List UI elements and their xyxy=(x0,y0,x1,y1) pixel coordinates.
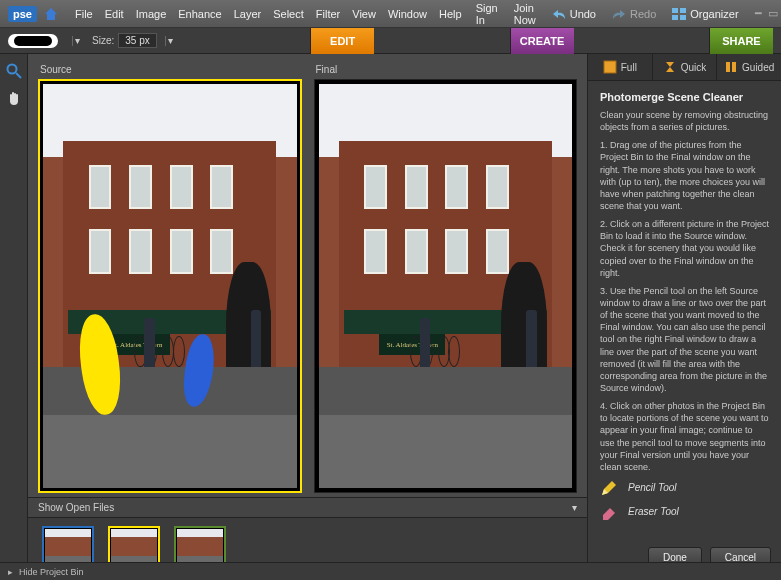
brush-preview[interactable] xyxy=(8,34,58,48)
project-bin-header-label: Show Open Files xyxy=(38,502,114,513)
svg-rect-0 xyxy=(672,8,678,13)
edit-modes: Full Quick Guided xyxy=(588,54,781,81)
help-step4: 4. Click on other photos in the Project … xyxy=(600,400,769,473)
sign-in-link[interactable]: Sign In xyxy=(476,2,498,26)
options-bar: ▾ Size: 35 px ▾ EDIT CREATE SHARE xyxy=(0,28,781,54)
app-logo: pse xyxy=(8,6,37,22)
help-intro: Clean your scene by removing obstructing… xyxy=(600,109,769,133)
svg-point-4 xyxy=(7,65,16,74)
quick-icon xyxy=(663,60,677,74)
organizer-icon xyxy=(672,8,686,20)
full-icon xyxy=(603,60,617,74)
source-photo: St. Aldates Tavern xyxy=(43,84,297,488)
final-panel: Final St. Aldates Tavern xyxy=(314,64,578,493)
svg-rect-1 xyxy=(680,8,686,13)
size-dropdown[interactable]: ▾ xyxy=(165,36,175,46)
mode-guided[interactable]: Guided xyxy=(717,54,781,80)
status-bar: ▸ Hide Project Bin xyxy=(0,562,781,580)
organizer-label: Organizer xyxy=(690,8,738,20)
source-canvas[interactable]: St. Aldates Tavern xyxy=(38,79,302,493)
pencil-icon xyxy=(600,479,618,497)
panels-container: Source St. Aldates Tavern xyxy=(28,54,587,497)
undo-label: Undo xyxy=(570,8,596,20)
hand-tool[interactable] xyxy=(5,90,23,108)
window-controls: ━ ▭ ✕ xyxy=(755,7,781,20)
eraser-icon xyxy=(600,503,618,521)
tab-create[interactable]: CREATE xyxy=(510,28,574,54)
center-area: Source St. Aldates Tavern xyxy=(28,54,587,580)
size-label: Size: xyxy=(92,35,114,46)
menu-window[interactable]: Window xyxy=(388,8,427,20)
maximize-button[interactable]: ▭ xyxy=(768,7,778,20)
final-label: Final xyxy=(314,64,578,75)
tool-strip xyxy=(0,54,28,580)
tab-share[interactable]: SHARE xyxy=(709,28,773,54)
redo-icon xyxy=(612,8,626,20)
hide-project-bin[interactable]: Hide Project Bin xyxy=(19,567,84,577)
minimize-button[interactable]: ━ xyxy=(755,7,762,20)
undo-icon xyxy=(552,8,566,20)
help-step2: 2. Click on a different picture in the P… xyxy=(600,218,769,279)
menu-view[interactable]: View xyxy=(352,8,376,20)
menu-edit[interactable]: Edit xyxy=(105,8,124,20)
help-step1: 1. Drag one of the pictures from the Pro… xyxy=(600,139,769,212)
source-panel: Source St. Aldates Tavern xyxy=(38,64,302,493)
svg-rect-7 xyxy=(726,62,730,72)
mode-quick[interactable]: Quick xyxy=(653,54,718,80)
right-panel: Full Quick Guided Photomerge Scene Clean… xyxy=(587,54,781,580)
help-step3: 3. Use the Pencil tool on the left Sourc… xyxy=(600,285,769,394)
collapse-icon[interactable]: ▸ xyxy=(8,567,13,577)
tab-edit[interactable]: EDIT xyxy=(310,28,374,54)
pencil-tool-row[interactable]: Pencil Tool xyxy=(600,479,769,497)
eraser-tool-row[interactable]: Eraser Tool xyxy=(600,503,769,521)
menu-image[interactable]: Image xyxy=(136,8,167,20)
svg-rect-6 xyxy=(604,61,616,73)
redo-label: Redo xyxy=(630,8,656,20)
guided-icon xyxy=(724,60,738,74)
source-label: Source xyxy=(38,64,302,75)
help-title: Photomerge Scene Cleaner xyxy=(600,91,769,103)
bin-dropdown-icon[interactable]: ▾ xyxy=(572,502,577,513)
main-area: Source St. Aldates Tavern xyxy=(0,54,781,580)
svg-rect-2 xyxy=(672,15,678,20)
organizer-button[interactable]: Organizer xyxy=(672,8,738,20)
menu-file[interactable]: File xyxy=(75,8,93,20)
zoom-tool[interactable] xyxy=(5,62,23,80)
final-photo: St. Aldates Tavern xyxy=(319,84,573,488)
svg-rect-3 xyxy=(680,15,686,20)
redo-button[interactable]: Redo xyxy=(612,8,656,20)
brush-dropdown[interactable]: ▾ xyxy=(72,36,82,46)
project-bin-header[interactable]: Show Open Files ▾ xyxy=(28,498,587,518)
svg-line-5 xyxy=(16,73,21,78)
join-now-link[interactable]: Join Now xyxy=(514,2,536,26)
menu-select[interactable]: Select xyxy=(273,8,304,20)
undo-button[interactable]: Undo xyxy=(552,8,596,20)
help-content: Photomerge Scene Cleaner Clean your scen… xyxy=(588,81,781,539)
menu-help[interactable]: Help xyxy=(439,8,462,20)
menu-layer[interactable]: Layer xyxy=(234,8,262,20)
svg-rect-8 xyxy=(732,62,736,72)
home-icon[interactable] xyxy=(43,5,59,23)
size-value[interactable]: 35 px xyxy=(118,33,156,48)
final-canvas[interactable]: St. Aldates Tavern xyxy=(314,79,578,493)
menu-bar: pse File Edit Image Enhance Layer Select… xyxy=(0,0,781,28)
mode-full[interactable]: Full xyxy=(588,54,653,80)
menu-enhance[interactable]: Enhance xyxy=(178,8,221,20)
menu-filter[interactable]: Filter xyxy=(316,8,340,20)
